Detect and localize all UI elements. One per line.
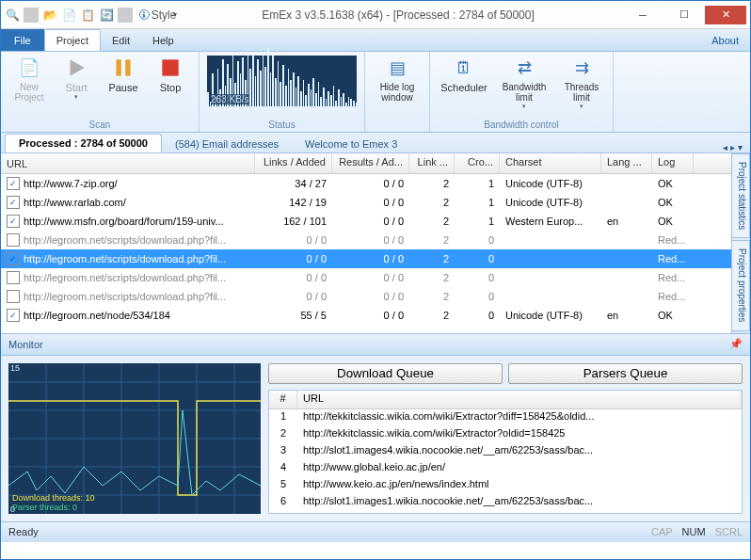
row-checkbox[interactable]: ✓ — [7, 177, 20, 190]
start-button[interactable]: Start▾ — [56, 56, 97, 101]
status-graph: 263 KB/s — [207, 56, 357, 106]
minimize-button[interactable]: ─ — [622, 6, 663, 24]
row-url: http://www.rarlab.com/ — [24, 197, 126, 208]
col-lang: Lang ... — [601, 153, 652, 173]
stop-icon — [158, 56, 183, 80]
bandwidth-group-label: Bandwidth control — [438, 118, 605, 130]
ql-help-icon[interactable]: 🛈 — [136, 8, 152, 23]
scan-group-label: Scan — [8, 118, 191, 130]
queue-table: # URL 1http://tekkitclassic.wikia.com/wi… — [268, 390, 743, 514]
row-checkbox[interactable] — [7, 290, 20, 303]
queue-col-num: # — [269, 391, 297, 408]
col-cro: Cro... — [455, 153, 500, 173]
ribbon: 📄 New Project Start▾ Pause Stop Scan 263… — [1, 52, 750, 133]
ql-icon-1[interactable]: 🔍 — [5, 8, 20, 23]
document-tabs: Processed : 2784 of 50000 (584) Email ad… — [1, 133, 750, 153]
row-url: http://legroom.net/scripts/download.php?… — [24, 291, 226, 302]
parser-threads-label: Parser threads: 0 — [12, 503, 95, 512]
row-url: http://legroom.net/scripts/download.php?… — [24, 272, 226, 283]
hide-log-button[interactable]: ▤ Hide log window — [373, 56, 422, 103]
table-row[interactable]: http://legroom.net/scripts/download.php?… — [1, 287, 731, 306]
grid-header[interactable]: URL Links / Added Results / Ad... Link .… — [1, 153, 731, 174]
threads-icon: ⇉ — [569, 56, 594, 80]
col-charset: Charset — [500, 153, 601, 173]
menu-file[interactable]: File — [1, 29, 44, 51]
table-row[interactable]: ✓http://legroom.net/node/534/18455 / 50 … — [1, 306, 731, 325]
monitor-panel: 150 Download threads: 10 Parser threads:… — [1, 356, 750, 521]
table-row[interactable]: http://legroom.net/scripts/download.php?… — [1, 231, 731, 249]
queue-row[interactable]: 5http://www.keio.ac.jp/en/news/index.htm… — [269, 477, 742, 494]
row-checkbox[interactable] — [7, 233, 20, 247]
menubar: File Project Edit Help About — [1, 29, 750, 52]
menu-edit[interactable]: Edit — [101, 29, 141, 51]
window-title: EmEx 3 v3.5.1638 (x64) - [Processed : 27… — [174, 8, 622, 22]
menu-project[interactable]: Project — [44, 29, 101, 51]
table-row[interactable]: ✓http://www.rarlab.com/142 / 190 / 021Un… — [1, 193, 731, 212]
row-url: http://www.msfn.org/board/forum/159-univ… — [24, 216, 224, 227]
side-tab-properties[interactable]: Project properties — [732, 240, 750, 330]
stop-button[interactable]: Stop — [150, 56, 191, 93]
tab-processed[interactable]: Processed : 2784 of 50000 — [5, 134, 162, 152]
col-log: Log — [652, 153, 694, 173]
row-checkbox[interactable] — [7, 271, 20, 284]
parsers-queue-button[interactable]: Parsers Queue — [508, 363, 743, 384]
download-queue-button[interactable]: Download Queue — [268, 363, 503, 384]
play-icon — [64, 56, 88, 80]
ql-open-icon[interactable]: 📂 — [42, 8, 57, 23]
row-checkbox[interactable]: ✓ — [7, 215, 20, 228]
row-checkbox[interactable]: ✓ — [7, 196, 20, 209]
tab-welcome[interactable]: Welcome to Emex 3 — [292, 136, 410, 152]
queue-row[interactable]: 2http://tekkitclassic.wikia.com/wiki/Ext… — [269, 426, 742, 443]
scheduler-button[interactable]: 🗓 Scheduler — [438, 56, 490, 93]
row-url: http://www.7-zip.org/ — [24, 178, 118, 189]
menu-about[interactable]: About — [700, 31, 750, 50]
table-row[interactable]: ✓http://www.7-zip.org/34 / 270 / 021Unic… — [1, 174, 731, 193]
num-indicator: NUM — [682, 526, 706, 537]
queue-row[interactable]: 6http://slot1.images1.wikia.nocookie.net… — [269, 494, 742, 511]
status-group-label: Status — [207, 118, 357, 130]
monitor-title: Monitor — [8, 339, 43, 350]
table-row[interactable]: http://legroom.net/scripts/download.php?… — [1, 268, 731, 287]
col-links-added: Links / Added — [255, 153, 332, 173]
tab-nav[interactable]: ◂ ▸ ▾ — [723, 142, 746, 152]
col-link: Link ... — [409, 153, 455, 173]
row-checkbox[interactable]: ✓ — [7, 309, 20, 322]
status-ready: Ready — [8, 526, 39, 537]
threads-limit-button[interactable]: ⇉ Threads limit▾ — [558, 56, 605, 110]
transfer-rate: 263 KB/s — [211, 94, 249, 104]
queue-row[interactable]: 1http://tekkitclassic.wikia.com/wiki/Ext… — [269, 409, 742, 426]
tab-emails[interactable]: (584) Email addresses — [162, 136, 292, 152]
bandwidth-limit-button[interactable]: ⇄ Bandwidth limit▾ — [496, 56, 552, 110]
pause-button[interactable]: Pause — [103, 56, 144, 93]
close-button[interactable]: ✕ — [705, 6, 746, 24]
url-grid: URL Links / Added Results / Ad... Link .… — [1, 153, 731, 326]
scrl-indicator: SCRL — [715, 526, 743, 537]
ql-refresh-icon[interactable]: 🔄 — [99, 8, 114, 23]
svg-rect-0 — [116, 59, 120, 75]
cap-indicator: CAP — [651, 526, 673, 537]
new-project-icon: 📄 — [17, 56, 41, 80]
ql-doc-icon[interactable]: 📄 — [61, 8, 76, 23]
queue-row[interactable]: 4http://www.global.keio.ac.jp/en/ — [269, 460, 742, 477]
ql-copy-icon[interactable]: 📋 — [80, 8, 95, 23]
table-row[interactable]: ✓http://legroom.net/scripts/download.php… — [1, 249, 731, 268]
titlebar: 🔍 📂 📄 📋 🔄 🛈 Style ▾ EmEx 3 v3.5.1638 (x6… — [1, 1, 750, 29]
pin-icon[interactable]: 📌 — [729, 338, 743, 350]
table-row[interactable]: ✓http://www.msfn.org/board/forum/159-uni… — [1, 212, 731, 231]
svg-rect-2 — [162, 59, 178, 75]
menu-help[interactable]: Help — [141, 29, 185, 51]
maximize-button[interactable]: ☐ — [663, 6, 705, 24]
queue-col-url: URL — [297, 391, 742, 408]
statusbar: Ready CAP NUM SCRL — [1, 521, 750, 542]
new-project-button[interactable]: 📄 New Project — [8, 56, 50, 103]
download-threads-label: Download threads: 10 — [12, 493, 95, 503]
col-url: URL — [1, 153, 255, 173]
row-checkbox[interactable]: ✓ — [7, 252, 20, 265]
side-tab-statistics[interactable]: Project statistics — [732, 153, 750, 238]
bandwidth-icon: ⇄ — [512, 56, 536, 80]
col-results: Results / Ad... — [332, 153, 409, 173]
queue-row[interactable]: 3http://slot1.images4.wikia.nocookie.net… — [269, 443, 742, 460]
row-url: http://legroom.net/node/534/184 — [24, 310, 170, 321]
pause-icon — [111, 56, 136, 80]
style-dropdown[interactable]: Style ▾ — [159, 8, 174, 23]
